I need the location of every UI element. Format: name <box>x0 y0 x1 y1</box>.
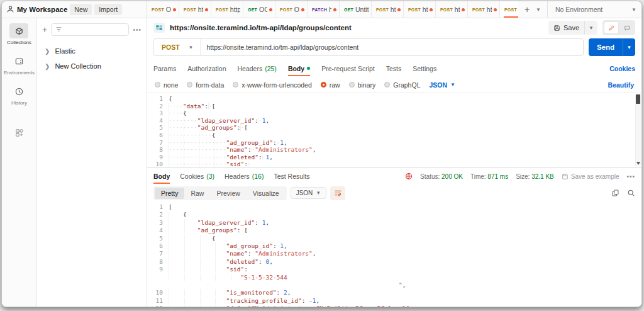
save-options-chevron-icon[interactable]: ▼ <box>584 21 597 35</box>
request-tab[interactable]: POSThttp <box>436 1 468 18</box>
view-preview[interactable]: Preview <box>210 188 246 199</box>
request-tab[interactable]: GETUntitle <box>340 1 372 18</box>
request-language-selector[interactable]: JSON▼ <box>429 81 455 89</box>
body-mode-none[interactable]: none <box>155 81 178 89</box>
code-token: "name" <box>226 146 248 153</box>
code-content: ", <box>169 281 641 289</box>
comment-button[interactable] <box>620 21 634 34</box>
tab-options-chevron-icon[interactable]: ▼ <box>536 7 541 13</box>
response-size[interactable]: Size: 32.1 KB <box>516 173 554 180</box>
code-line: ", <box>147 281 641 289</box>
sidebar-rail: Collections Environments History <box>2 18 37 307</box>
request-tab[interactable]: POSThttp <box>404 1 436 18</box>
tree-item-new-collection[interactable]: ❯New Collection <box>42 59 142 74</box>
send-options-chevron-icon[interactable]: ▼ <box>623 38 635 56</box>
code-line: 2 { <box>147 211 641 218</box>
tab-name-label: OCF <box>294 6 299 13</box>
line-number: 8 <box>147 146 169 154</box>
view-visualize[interactable]: Visualize <box>247 188 286 199</box>
import-button[interactable]: Import <box>94 4 122 15</box>
environment-selector[interactable]: No Environment ▼ <box>547 1 641 18</box>
beautify-link[interactable]: Beautify <box>608 81 634 89</box>
save-button-group: Save ▼ <box>548 21 597 35</box>
body-mode-GraphQL[interactable]: GraphQL <box>384 81 420 89</box>
wrap-text-button[interactable] <box>330 186 345 200</box>
response-language-chevron-icon: ▼ <box>316 190 321 196</box>
request-tab-body[interactable]: Body <box>288 60 310 77</box>
code-token: : <box>277 289 284 296</box>
unsaved-dot-icon <box>462 8 465 11</box>
save-as-example-button[interactable]: Save as example <box>562 173 619 180</box>
chevron-right-icon: ❯ <box>45 63 50 70</box>
url-input[interactable]: https://onsite.teramind.io/tm-api/ldap/g… <box>201 43 583 51</box>
request-body-editor[interactable]: 1{2····"data":·[3····{4········"ldap_ser… <box>147 93 641 167</box>
editor-scrollbar[interactable] <box>635 94 641 166</box>
new-tab-icon[interactable]: + <box>525 5 530 14</box>
request-tab[interactable]: POSThttps: <box>211 1 243 18</box>
body-mode-form-data[interactable]: form-data <box>187 81 224 89</box>
request-tab[interactable]: POSTOCF <box>275 1 308 18</box>
response-time-value: 871 ms <box>487 173 508 180</box>
code-token: : <box>258 258 265 265</box>
edit-button[interactable] <box>604 21 619 34</box>
code-token: "sid" <box>226 161 245 167</box>
request-tab-count: (25) <box>265 65 277 72</box>
body-mode-x-www-form-urlencoded[interactable]: x-www-form-urlencoded <box>233 81 311 89</box>
save-button[interactable]: Save <box>548 24 584 31</box>
response-time[interactable]: Time: 871 ms <box>470 173 508 180</box>
sidebar-item-history[interactable]: History <box>10 84 29 106</box>
new-button[interactable]: New <box>70 4 92 15</box>
response-more-icon[interactable]: ••• <box>626 173 635 180</box>
user-icon[interactable] <box>6 5 14 13</box>
code-token: ········ <box>169 124 197 131</box>
response-meta: Status: 200 OKTime: 871 msSize: 32.1 KBS… <box>405 172 635 180</box>
request-tab[interactable]: POSThttp <box>468 1 500 18</box>
code-token: : <box>240 305 247 307</box>
sidebar-item-collections[interactable]: Collections <box>7 23 31 45</box>
request-tab[interactable]: GETOCR <box>243 1 275 18</box>
add-collection-icon[interactable]: + <box>42 25 47 34</box>
network-status-icon[interactable] <box>405 172 413 180</box>
request-tab-params[interactable]: Params <box>153 60 176 77</box>
code-token: { <box>212 235 216 242</box>
response-tab-headers[interactable]: Headers(16) <box>225 168 264 184</box>
tab-name-label: https: <box>230 6 240 13</box>
filter-input[interactable] <box>51 23 129 36</box>
request-tab-pre-request-script[interactable]: Pre-request Script <box>321 60 375 77</box>
response-language-selector[interactable]: JSON ▼ <box>291 187 327 199</box>
request-tab-label: Settings <box>413 65 436 72</box>
view-raw[interactable]: Raw <box>184 188 210 199</box>
response-tab-cookies[interactable]: Cookies(3) <box>180 168 214 184</box>
request-tab-settings[interactable]: Settings <box>413 60 436 77</box>
line-number: 6 <box>147 132 169 139</box>
search-button[interactable] <box>627 189 635 197</box>
request-tab[interactable]: POSThttp <box>500 1 518 18</box>
code-token: : <box>258 154 262 161</box>
request-tab-authorization[interactable]: Authorization <box>187 60 226 77</box>
response-status[interactable]: Status: 200 OK <box>420 173 463 180</box>
send-button[interactable]: Send <box>589 38 623 56</box>
code-line: 3 "ldap_server_id": 1, <box>147 219 641 227</box>
method-selector[interactable]: POST ▼ <box>154 39 201 55</box>
response-body-viewer[interactable]: 1[2 {3 "ldap_server_id": 1,4 "ad_groups"… <box>147 201 641 307</box>
scrollbar-down-arrow-icon[interactable] <box>636 162 640 165</box>
sidebar-item-more-blocks[interactable] <box>10 125 29 140</box>
body-mode-binary[interactable]: binary <box>349 81 376 89</box>
body-mode-raw[interactable]: raw <box>321 81 340 89</box>
view-pretty[interactable]: Pretty <box>155 188 184 199</box>
request-tab[interactable]: POSThttp <box>179 1 211 18</box>
response-tab-test-results[interactable]: Test Results <box>274 168 309 184</box>
panel-more-icon[interactable]: ••• <box>133 26 142 33</box>
request-tab[interactable]: POSThttp <box>372 1 404 18</box>
cookies-link[interactable]: Cookies <box>609 65 635 72</box>
request-tab[interactable]: POSTOCF <box>147 1 179 18</box>
tree-item-elastic[interactable]: ❯Elastic <box>42 43 142 59</box>
response-tab-body[interactable]: Body <box>153 168 170 184</box>
sidebar-item-environments[interactable]: Environments <box>4 54 35 76</box>
request-tab-tests[interactable]: Tests <box>386 60 402 77</box>
request-tab[interactable]: PATCHhtt <box>308 1 340 18</box>
copy-button[interactable] <box>611 189 619 197</box>
scrollbar-thumb[interactable] <box>636 94 640 104</box>
workspace-title[interactable]: My Workspace <box>17 6 67 13</box>
request-tab-headers[interactable]: Headers(25) <box>237 60 276 77</box>
